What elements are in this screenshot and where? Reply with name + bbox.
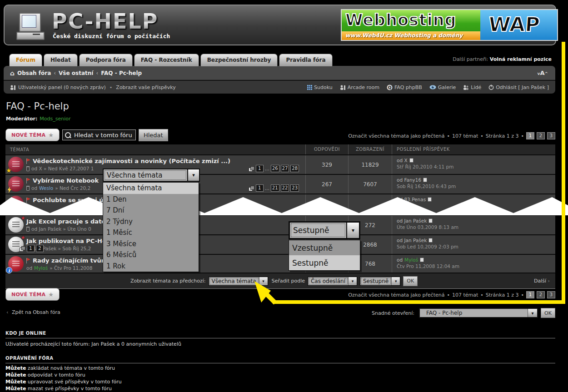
logout-link[interactable]: Odhlásit [ Jan Pašek ] — [488, 84, 549, 90]
breadcrumb: ⌂ Obsah fóra ‹ Vše ostatní ‹ FAQ - Pc-he… — [4, 66, 555, 80]
last-post-icon[interactable] — [428, 197, 432, 202]
option-1-den[interactable]: 1 Den — [103, 194, 199, 205]
topic-page-links: 1 … 21 22 23 — [249, 184, 299, 192]
svg-text:Q: Q — [388, 85, 392, 89]
tab-bezpecnostni-hrozby[interactable]: Bezpečnostní hrozby — [200, 54, 278, 66]
period-select[interactable]: Všechna témata ▾ — [209, 277, 268, 286]
topic-page-link[interactable]: 27 — [281, 165, 289, 172]
permission-item: Můžete zakládat nová témata v tomto fóru — [5, 365, 122, 372]
your-posts-link[interactable]: Zobrazit vaše příspěvky — [116, 84, 175, 90]
topic-page-link[interactable]: 21 — [271, 184, 279, 192]
chevron-right-icon: › — [548, 278, 550, 284]
views-count: 11829 — [348, 155, 392, 174]
topic-page-link[interactable]: 28 — [290, 165, 299, 172]
option-1-rok[interactable]: 1 Rok — [103, 261, 199, 272]
direction-select-expanded[interactable]: Sestupně ▾ — [289, 221, 360, 239]
page-number-1[interactable]: 1 — [526, 132, 534, 139]
last-post-icon[interactable] — [409, 158, 414, 163]
attachment-icon — [26, 186, 30, 191]
topic-page-link[interactable]: 23 — [290, 184, 299, 192]
mark-read-link[interactable]: Označit všechna témata jako přečtená — [348, 133, 444, 139]
mark-read-link[interactable]: Označit všechna témata jako přečtená — [348, 292, 444, 298]
tab-pravidla-fora[interactable]: Pravidla fóra — [279, 54, 332, 66]
topic-page-link[interactable]: 2 — [36, 245, 44, 252]
topic-page-link[interactable]: 26 — [271, 165, 279, 172]
chevron-left-icon: ‹ — [6, 309, 8, 315]
option-3-mesice[interactable]: 3 Měsíce — [103, 238, 199, 250]
new-topic-button[interactable]: NOVÉ TÉMA ★ — [5, 129, 60, 141]
option-vsechna-temata[interactable]: Všechna témata — [103, 183, 199, 194]
goto-page-icon — [20, 246, 25, 251]
last-post-icon[interactable] — [423, 178, 427, 182]
topic-title[interactable]: Vědeckotechnické zajímavosti a novinky (… — [33, 158, 230, 164]
faq-phpbb-link[interactable]: Q FAQ phpBB — [387, 84, 422, 90]
author-link[interactable]: Myloš — [34, 265, 48, 271]
tab-faq-rozcestnik[interactable]: FAQ - Rozcestník — [134, 54, 199, 66]
page-number-2[interactable]: 2 — [537, 291, 545, 298]
back-to-index-link[interactable]: ‹ Zpět na Obsah fóra — [6, 309, 60, 315]
option-2-tydny[interactable]: 2 Týdny — [103, 216, 199, 228]
option-6-mesicu[interactable]: 6 Měsíců — [103, 249, 199, 261]
breadcrumb-item[interactable]: Obsah fóra — [17, 70, 51, 76]
lide-link[interactable]: Lidé — [463, 84, 481, 90]
forum-search-box[interactable] — [62, 129, 136, 140]
page-number-1[interactable]: 1 — [526, 291, 534, 298]
font-size-widget[interactable]: vA^ — [538, 69, 548, 76]
period-select-expanded[interactable]: Všechna témata ▾ — [103, 169, 200, 182]
lightning-badge-icon — [7, 187, 12, 193]
topic-page-link[interactable]: 22 — [281, 184, 289, 192]
last-post-icon[interactable] — [420, 258, 424, 262]
divider — [5, 338, 555, 338]
home-icon[interactable]: ⌂ — [10, 69, 15, 77]
table-row: i Rady začínajícím tvůrc od Myloš » Čtv … — [5, 254, 555, 273]
next-page-link[interactable]: Další › — [534, 278, 550, 284]
sort-select[interactable]: Čas odeslání ▾ — [308, 277, 357, 286]
last-post-cell: od Fany16 Sob Říj 16,2010 6:43 pm — [392, 175, 555, 194]
topic-page-link[interactable]: 1 — [256, 165, 264, 172]
star-badge-icon: ★ — [6, 206, 12, 213]
option-7-dni[interactable]: 7 Dní — [103, 205, 199, 216]
controls-ok-button[interactable]: OK — [403, 276, 418, 286]
option-sestupne[interactable]: Sestupně — [289, 255, 360, 270]
period-dropdown-open: Všechna témata ▾ Všechna témata 1 Den 7 … — [103, 169, 200, 272]
search-button[interactable]: Hledat — [139, 129, 168, 141]
last-post-icon[interactable] — [428, 218, 433, 223]
webhosting-banner[interactable]: Webhosting www.Web4U.cz Webhosting a dom… — [341, 9, 558, 41]
author-link[interactable]: Weslo — [39, 185, 53, 191]
jump-ok-button[interactable]: OK — [541, 308, 555, 318]
forum-jump-select[interactable]: FAQ - Pc-help ▾ — [419, 308, 538, 318]
search-input[interactable] — [73, 131, 134, 139]
arcade-room-link[interactable]: Arcade room — [340, 84, 379, 90]
last-post-cell: od Jan Pašek Úte Úno 03,2009 8:13 am — [392, 216, 555, 234]
new-topic-button[interactable]: NOVÉ TÉMA ★ — [5, 288, 60, 301]
page-number-3[interactable]: 3 — [547, 132, 555, 139]
permission-item: Můžete mazat své příspěvky v tomto fóru — [5, 385, 122, 392]
tab-podpora-fora[interactable]: Podpora fóra — [79, 54, 133, 66]
topic-title[interactable]: Jak Excel pracuje s datem — [26, 218, 112, 225]
breadcrumb-separator: ‹ — [54, 70, 56, 76]
option-1-mesic[interactable]: 1 Měsíc — [103, 227, 199, 238]
sudoku-link[interactable]: Sudoku — [307, 84, 333, 90]
topic-title[interactable]: Jak publikovat na PC-Help — [26, 238, 113, 244]
last-post-icon[interactable] — [428, 238, 433, 243]
tab-forum[interactable]: Fórum — [9, 54, 42, 66]
info-badge-icon: i — [6, 267, 12, 273]
site-name: PC-HELP — [52, 9, 159, 34]
author-link[interactable]: Myloš — [404, 257, 418, 263]
galerie-link[interactable]: Galerie — [429, 84, 456, 90]
breadcrumb-item[interactable]: FAQ - Pc-help — [101, 70, 142, 76]
topic-title[interactable]: Pochlubte se svými úsp — [33, 197, 111, 203]
last-post-cell: od Jan Pašek Sob Led 10,2009 2:03 pm — [392, 235, 555, 254]
page-number-3[interactable]: 3 — [547, 291, 555, 298]
direction-select[interactable]: Sestupně ▾ — [360, 277, 400, 286]
topic-page-link[interactable]: 1 — [27, 245, 35, 252]
tab-hledat[interactable]: Hledat — [44, 54, 78, 66]
topic-title[interactable]: Rady začínajícím tvůrc — [33, 257, 108, 264]
page-number-2[interactable]: 2 — [537, 132, 545, 139]
option-vzestupne[interactable]: Vzestupně — [289, 240, 360, 255]
moderator-link[interactable]: Mods_senior — [40, 116, 70, 122]
breadcrumb-item[interactable]: Vše ostatní — [59, 70, 93, 76]
topic-page-link[interactable]: 1 — [256, 184, 264, 192]
user-panel-link[interactable]: Uživatelský panel (0 nových zpráv) — [18, 84, 106, 90]
topic-title[interactable]: Vybíráme Notebook — [33, 177, 99, 184]
